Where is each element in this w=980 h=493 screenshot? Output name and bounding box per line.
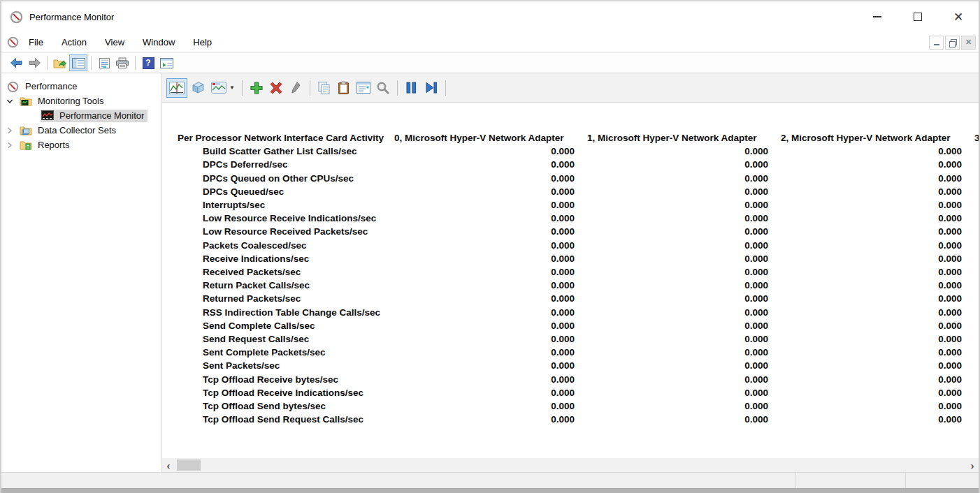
table-row[interactable]: Tcp Offload Receive bytes/sec0.0000.0000… (178, 373, 979, 386)
toolbar-separator (135, 56, 136, 70)
view-log-data-button[interactable] (187, 78, 208, 98)
table-row[interactable]: Tcp Offload Send Request Calls/sec0.0000… (178, 413, 979, 426)
report-rows: Build Scatter Gather List Calls/sec0.000… (178, 145, 979, 426)
counter-value: 0.000 (394, 252, 582, 265)
report-column-header-clipped[interactable]: 3, (969, 131, 979, 145)
table-row[interactable]: Returned Packets/sec0.0000.0000.000 (178, 292, 979, 305)
freeze-display-button[interactable] (402, 78, 421, 98)
highlight-button[interactable] (286, 78, 305, 98)
view-current-activity-button[interactable] (166, 78, 187, 98)
title-bar: Performance Monitor ✕ (1, 1, 979, 32)
help-button[interactable]: ? (139, 54, 157, 71)
horizontal-scrollbar[interactable]: ‹ › (162, 458, 979, 472)
menu-help[interactable]: Help (185, 34, 220, 51)
report-view: Per Processor Network Interface Card Act… (162, 103, 979, 472)
table-row[interactable]: Low Resource Receive Indications/sec0.00… (178, 212, 979, 225)
table-row[interactable]: Send Complete Calls/sec0.0000.0000.000 (178, 319, 979, 332)
copy-properties-button[interactable] (315, 78, 334, 98)
counter-name: Low Resource Received Packets/sec (178, 225, 394, 238)
menu-file[interactable]: File (20, 34, 52, 51)
counter-value: 0.000 (582, 386, 775, 399)
tree-item-data-collector-sets[interactable]: Data Collector Sets (1, 123, 161, 138)
counter-value-clipped (969, 319, 979, 332)
up-one-level-button[interactable] (51, 54, 69, 71)
delete-counter-button[interactable] (266, 78, 286, 98)
forward-button[interactable] (25, 54, 43, 71)
counter-value-clipped (969, 332, 979, 346)
chevron-collapsed-icon[interactable] (6, 126, 14, 135)
console-body: Performance Monitoring Tools Performance… (1, 73, 979, 472)
counter-name: Send Request Calls/sec (178, 332, 394, 346)
scroll-left-arrow[interactable]: ‹ (162, 458, 175, 472)
update-data-button[interactable] (421, 78, 441, 98)
counter-value: 0.000 (394, 265, 582, 279)
counter-value: 0.000 (775, 359, 969, 372)
menu-window[interactable]: Window (134, 34, 183, 51)
counter-value: 0.000 (582, 292, 775, 305)
counter-value: 0.000 (394, 198, 582, 212)
counter-value: 0.000 (394, 332, 582, 346)
table-row[interactable]: Return Packet Calls/sec0.0000.0000.000 (178, 279, 979, 292)
table-row[interactable]: Receive Indications/sec0.0000.0000.000 (178, 252, 979, 265)
table-row[interactable]: Low Resource Received Packets/sec0.0000.… (178, 225, 979, 238)
report-column-header[interactable]: 0, Microsoft Hyper-V Network Adapter (394, 131, 582, 145)
chevron-expanded-icon[interactable] (6, 97, 14, 105)
console-system-icon[interactable] (7, 36, 19, 48)
dropdown-arrow-icon[interactable]: ▼ (229, 84, 235, 91)
counter-value: 0.000 (582, 212, 775, 225)
properties-button[interactable] (354, 78, 373, 98)
tree-item-reports[interactable]: Reports (1, 138, 161, 152)
maximize-button[interactable] (898, 1, 938, 32)
back-button[interactable] (7, 54, 25, 71)
mdi-close-button[interactable]: ✕ (961, 36, 976, 50)
mdi-minimize-button[interactable] (929, 36, 944, 50)
table-row[interactable]: Sent Packets/sec0.0000.0000.000 (178, 359, 979, 372)
minimize-button[interactable] (857, 1, 898, 32)
chevron-collapsed-icon[interactable] (6, 141, 14, 149)
change-graph-type-button[interactable]: ▼ (208, 78, 238, 98)
add-counter-button[interactable] (247, 78, 266, 98)
counter-value-clipped (969, 158, 979, 171)
menu-view[interactable]: View (96, 34, 133, 51)
paste-counter-list-button[interactable] (334, 78, 354, 98)
report-object-header[interactable]: Per Processor Network Interface Card Act… (178, 131, 394, 145)
counter-name: Sent Complete Packets/sec (178, 346, 394, 359)
table-row[interactable]: DPCs Queued on Other CPUs/sec0.0000.0000… (178, 172, 979, 185)
table-row[interactable]: Packets Coalesced/sec0.0000.0000.000 (178, 239, 979, 252)
print-button[interactable] (113, 54, 131, 71)
zoom-button[interactable] (373, 78, 393, 98)
counter-value: 0.000 (582, 198, 775, 212)
close-button[interactable]: ✕ (938, 1, 979, 32)
table-row[interactable]: Interrupts/sec0.0000.0000.000 (178, 198, 979, 212)
table-row[interactable]: Sent Complete Packets/sec0.0000.0000.000 (178, 346, 979, 359)
tree-item-performance-monitor[interactable]: Performance Monitor (1, 108, 161, 123)
table-row[interactable]: Received Packets/sec0.0000.0000.000 (178, 265, 979, 279)
tree-item-monitoring-tools[interactable]: Monitoring Tools (1, 94, 161, 108)
folder-export-icon (53, 57, 67, 69)
counter-value-clipped (969, 185, 979, 198)
counter-value-clipped (969, 359, 979, 372)
paste-icon (338, 81, 350, 95)
menu-action[interactable]: Action (53, 34, 95, 51)
counter-name: Sent Packets/sec (178, 359, 394, 372)
table-row[interactable]: DPCs Queued/sec0.0000.0000.000 (178, 185, 979, 198)
counter-value-clipped (969, 252, 979, 265)
table-row[interactable]: RSS Indirection Table Change Calls/sec0.… (178, 306, 979, 319)
report-column-header[interactable]: 1, Microsoft Hyper-V Network Adapter (582, 131, 775, 145)
tree-item-performance-root[interactable]: Performance (1, 79, 161, 94)
show-hide-console-tree-button[interactable] (69, 54, 87, 71)
report-column-header[interactable]: 2, Microsoft Hyper-V Network Adapter (775, 131, 969, 145)
table-row[interactable]: Send Request Calls/sec0.0000.0000.000 (178, 332, 979, 346)
table-row[interactable]: Build Scatter Gather List Calls/sec0.000… (178, 145, 979, 158)
export-list-button[interactable] (95, 54, 113, 71)
table-row[interactable]: Tcp Offload Send bytes/sec0.0000.0000.00… (178, 399, 979, 413)
show-hide-action-pane-button[interactable] (157, 54, 175, 71)
scrollbar-thumb[interactable] (177, 459, 201, 471)
counter-value: 0.000 (582, 399, 775, 413)
counter-value: 0.000 (775, 413, 969, 426)
table-row[interactable]: DPCs Deferred/sec0.0000.0000.000 (178, 158, 979, 171)
scroll-right-arrow[interactable]: › (966, 458, 979, 472)
report-view-pane: ▼ (162, 73, 979, 472)
table-row[interactable]: Tcp Offload Receive Indications/sec0.000… (178, 386, 979, 399)
mdi-restore-button[interactable] (945, 36, 960, 50)
